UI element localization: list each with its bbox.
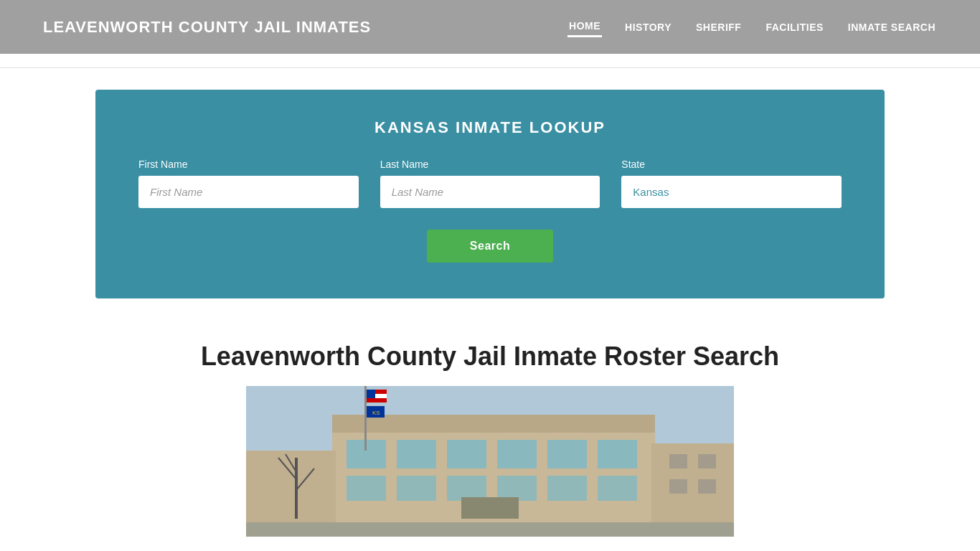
first-name-input[interactable] (138, 176, 359, 208)
svg-rect-13 (397, 476, 436, 501)
svg-rect-27 (367, 390, 375, 398)
main-nav: HOME HISTORY SHERIFF FACILITIES INMATE S… (567, 17, 937, 37)
svg-rect-21 (698, 479, 716, 494)
svg-rect-12 (347, 476, 386, 501)
svg-rect-5 (651, 443, 734, 522)
state-input[interactable] (621, 176, 842, 208)
svg-rect-10 (547, 440, 587, 468)
state-label: State (621, 159, 842, 170)
svg-rect-8 (447, 440, 486, 468)
svg-rect-14 (447, 476, 486, 501)
last-name-group: Last Name (380, 159, 600, 208)
svg-rect-9 (497, 440, 537, 468)
sub-header-line (0, 54, 980, 68)
svg-rect-20 (698, 454, 716, 468)
last-name-label: Last Name (380, 159, 600, 170)
page-heading: Leavenworth County Jail Inmate Roster Se… (43, 342, 937, 372)
svg-rect-34 (461, 497, 519, 519)
svg-rect-15 (497, 476, 537, 501)
first-name-label: First Name (138, 159, 359, 170)
building-image: KS (246, 386, 734, 537)
svg-text:KS: KS (372, 410, 380, 416)
search-btn-row: Search (138, 230, 842, 263)
last-name-input[interactable] (380, 176, 600, 208)
svg-rect-18 (669, 454, 687, 468)
site-header: LEAVENWORTH COUNTY JAIL INMATES HOME HIS… (0, 0, 980, 54)
site-title: LEAVENWORTH COUNTY JAIL INMATES (43, 18, 371, 37)
nav-history[interactable]: HISTORY (623, 18, 673, 37)
nav-inmate-search[interactable]: INMATE SEARCH (847, 18, 937, 37)
nav-facilities[interactable]: FACILITIES (764, 18, 824, 37)
svg-rect-22 (364, 386, 367, 451)
nav-home[interactable]: HOME (567, 17, 602, 37)
search-panel-title: KANSAS INMATE LOOKUP (138, 118, 842, 137)
page-heading-section: Leavenworth County Jail Inmate Roster Se… (0, 313, 980, 551)
svg-rect-16 (547, 476, 587, 501)
svg-rect-4 (246, 451, 336, 522)
form-row: First Name Last Name State (138, 159, 842, 208)
svg-rect-26 (367, 398, 387, 402)
svg-rect-19 (669, 479, 687, 494)
main-content: KANSAS INMATE LOOKUP First Name Last Nam… (0, 68, 980, 313)
first-name-group: First Name (138, 159, 359, 208)
svg-rect-17 (598, 476, 637, 501)
state-group: State (621, 159, 842, 208)
search-panel: KANSAS INMATE LOOKUP First Name Last Nam… (95, 90, 885, 298)
nav-sheriff[interactable]: SHERIFF (694, 18, 743, 37)
search-button[interactable]: Search (427, 230, 553, 263)
svg-rect-7 (397, 440, 436, 468)
svg-rect-11 (598, 440, 637, 468)
